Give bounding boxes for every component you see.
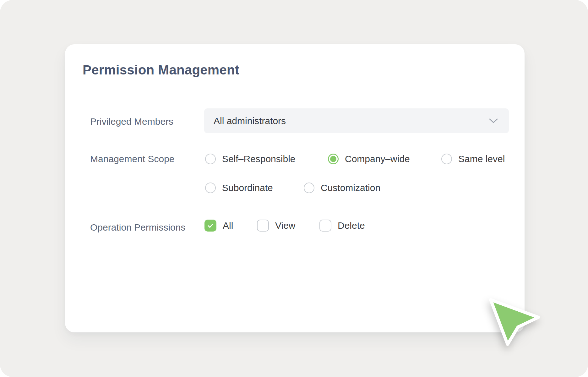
radio-option-customization[interactable]: Customization xyxy=(304,182,380,194)
operation-permissions-label: Operation Permissions xyxy=(90,222,185,233)
management-scope-label: Management Scope xyxy=(90,153,175,165)
radio-option-label: Same level xyxy=(458,154,505,164)
radio-unselected-icon xyxy=(205,183,216,193)
checkbox-unchecked-icon xyxy=(257,220,269,232)
checkbox-checked-icon xyxy=(204,220,216,232)
permission-management-card: Permission Management Privileged Members… xyxy=(65,44,525,332)
checkbox-option-all[interactable]: All xyxy=(204,219,233,232)
radio-option-label: Subordinate xyxy=(222,183,273,193)
screen-background: Permission Management Privileged Members… xyxy=(0,0,588,377)
radio-unselected-icon xyxy=(441,154,452,164)
green-cursor-arrow-icon xyxy=(482,294,545,352)
chevron-down-icon xyxy=(489,118,498,124)
dropdown-value: All administrators xyxy=(214,116,286,126)
checkbox-option-label: All xyxy=(223,220,233,231)
radio-option-label: Self–Responsible xyxy=(222,154,295,164)
checkbox-unchecked-icon xyxy=(319,220,331,232)
radio-unselected-icon xyxy=(205,154,216,164)
privileged-members-dropdown[interactable]: All administrators xyxy=(204,108,509,133)
radio-option-label: Company–wide xyxy=(345,154,410,164)
radio-unselected-icon xyxy=(304,183,314,193)
checkbox-option-view[interactable]: View xyxy=(257,219,295,232)
checkbox-option-delete[interactable]: Delete xyxy=(319,219,365,232)
privileged-members-label: Privileged Members xyxy=(90,116,173,127)
checkbox-option-label: View xyxy=(275,220,295,231)
radio-option-same-level[interactable]: Same level xyxy=(441,153,505,165)
radio-dot xyxy=(330,156,336,162)
checkbox-option-label: Delete xyxy=(338,220,365,231)
radio-option-company-wide[interactable]: Company–wide xyxy=(328,153,410,165)
radio-selected-icon xyxy=(328,154,339,164)
page-title: Permission Management xyxy=(83,63,239,78)
radio-option-subordinate[interactable]: Subordinate xyxy=(205,182,273,194)
radio-option-label: Customization xyxy=(321,183,380,193)
radio-option-self-responsible[interactable]: Self–Responsible xyxy=(205,153,295,165)
